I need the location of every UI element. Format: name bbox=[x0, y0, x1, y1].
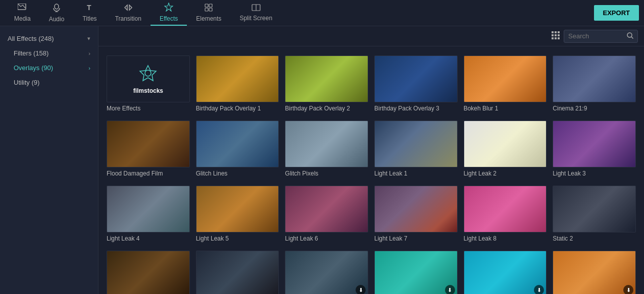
sidebar-item-all[interactable]: All Effects (248) ▾ bbox=[0, 31, 98, 46]
thumb-inner bbox=[107, 251, 189, 294]
thumb-inner: ⬇ bbox=[285, 251, 368, 294]
effect-item[interactable]: Light Leak 2 bbox=[461, 116, 550, 182]
effect-thumbnail: ⬇ bbox=[464, 251, 547, 294]
thumb-inner bbox=[107, 121, 189, 167]
effect-item[interactable]: Flood Damaged Film bbox=[104, 116, 193, 182]
search-input[interactable] bbox=[568, 32, 624, 40]
svg-rect-6 bbox=[205, 4, 208, 7]
thumb-inner bbox=[553, 121, 635, 167]
nav-transition-label: Transition bbox=[115, 15, 141, 22]
nav-splitscreen[interactable]: Split Screen bbox=[230, 0, 281, 26]
svg-text:T: T bbox=[87, 4, 91, 12]
nav-media[interactable]: Media bbox=[5, 0, 40, 26]
search-container bbox=[564, 30, 638, 43]
svg-point-24 bbox=[145, 70, 151, 76]
sidebar-item-filters[interactable]: Filters (158) › bbox=[0, 46, 98, 61]
effect-thumbnail bbox=[285, 55, 368, 102]
effect-item[interactable]: Light Leak 1 bbox=[371, 116, 461, 182]
effect-label: Birthday Pack Overlay 2 bbox=[285, 105, 350, 113]
grid-view-icon[interactable] bbox=[552, 31, 560, 41]
thumb-inner bbox=[553, 186, 635, 232]
thumb-inner: ⬇ bbox=[375, 251, 457, 294]
effect-item[interactable]: Birthday Pack Overlay 3 bbox=[371, 51, 461, 116]
nav-titles[interactable]: T Titles bbox=[73, 0, 106, 26]
effect-thumbnail bbox=[107, 186, 190, 232]
effect-item[interactable]: Light Leak 3 bbox=[550, 116, 639, 182]
effect-item[interactable]: Static 2 bbox=[550, 182, 639, 247]
chevron-down-icon: ▾ bbox=[87, 35, 90, 42]
audio-icon bbox=[53, 3, 61, 14]
nav-elements-label: Elements bbox=[196, 15, 221, 22]
effect-item[interactable]: ⬇ Bokeh 1 bbox=[550, 247, 639, 294]
effect-label: Light Leak 8 bbox=[464, 235, 497, 243]
sidebar-all-label: All Effects (248) bbox=[8, 35, 54, 42]
nav-audio-label: Audio bbox=[49, 16, 65, 23]
thumb-inner bbox=[285, 56, 368, 102]
nav-transition[interactable]: Transition bbox=[106, 0, 151, 26]
nav-media-label: Media bbox=[14, 15, 31, 22]
thumb-inner bbox=[464, 121, 547, 167]
download-badge: ⬇ bbox=[445, 285, 455, 294]
titles-icon: T bbox=[86, 4, 94, 14]
effect-thumbnail bbox=[464, 121, 547, 167]
effect-thumbnail bbox=[285, 121, 368, 167]
effect-label: Static 2 bbox=[553, 235, 573, 243]
search-icon[interactable] bbox=[627, 32, 633, 40]
effect-item[interactable]: Static A bbox=[104, 247, 193, 294]
effect-item[interactable]: ⬇ Aqua 1 bbox=[371, 247, 461, 294]
effects-grid: filmstocks More Effects Birthday Pack Ov… bbox=[98, 46, 644, 294]
effect-item[interactable]: Birthday Pack Overlay 2 bbox=[282, 51, 371, 116]
chevron-right-icon: › bbox=[88, 50, 90, 56]
effect-label: Cinema 21:9 bbox=[553, 105, 587, 113]
effect-item[interactable]: Light Leak 5 bbox=[193, 182, 282, 247]
thumb-inner bbox=[196, 56, 279, 102]
effect-thumbnail: ⬇ bbox=[553, 251, 636, 294]
svg-rect-13 bbox=[555, 31, 557, 33]
export-button[interactable]: EXPORT bbox=[594, 5, 639, 21]
nav-titles-label: Titles bbox=[82, 15, 96, 22]
effect-thumbnail bbox=[464, 55, 547, 102]
effect-item[interactable]: ⬇ 90's Viewfinder bbox=[282, 247, 371, 294]
effect-thumbnail bbox=[553, 186, 636, 232]
effect-item[interactable]: Light Leak 4 bbox=[104, 182, 193, 247]
effect-label: Bokeh Blur 1 bbox=[464, 105, 499, 113]
nav-audio[interactable]: Audio bbox=[40, 0, 74, 26]
effects-icon bbox=[164, 3, 173, 14]
thumb-inner bbox=[196, 186, 279, 232]
chevron-right-icon: › bbox=[88, 65, 90, 71]
content-area: filmstocks More Effects Birthday Pack Ov… bbox=[98, 26, 644, 294]
effect-thumbnail: ⬇ bbox=[285, 251, 368, 294]
effect-thumbnail bbox=[196, 251, 279, 294]
sidebar-item-utility[interactable]: Utility (9) bbox=[0, 75, 98, 90]
thumb-inner bbox=[464, 56, 547, 102]
effect-item[interactable]: Glitch Lines bbox=[193, 116, 282, 182]
sidebar-item-overlays[interactable]: Overlays (90) › bbox=[0, 61, 98, 75]
svg-rect-17 bbox=[558, 34, 560, 36]
svg-point-21 bbox=[627, 33, 632, 37]
effect-item[interactable]: Light Leak 7 bbox=[371, 182, 461, 247]
nav-effects-label: Effects bbox=[160, 15, 178, 22]
effect-thumbnail bbox=[374, 121, 458, 167]
download-badge: ⬇ bbox=[534, 285, 544, 294]
effect-item[interactable]: Glitch Pixels bbox=[282, 116, 371, 182]
svg-rect-15 bbox=[552, 34, 554, 36]
effect-thumbnail bbox=[464, 186, 547, 232]
effect-label: More Effects bbox=[107, 105, 140, 113]
effect-item[interactable]: Bokeh Blur 1 bbox=[461, 51, 550, 116]
effect-item[interactable]: Light Leak 8 bbox=[461, 182, 550, 247]
nav-effects[interactable]: Effects bbox=[151, 0, 187, 26]
svg-rect-7 bbox=[209, 4, 212, 7]
svg-rect-12 bbox=[552, 31, 554, 33]
effect-item[interactable]: Light Leak 6 bbox=[282, 182, 371, 247]
thumb-inner bbox=[285, 186, 368, 232]
nav-elements[interactable]: Elements bbox=[187, 0, 230, 26]
effect-item[interactable]: ⬇ Aqua 2 bbox=[461, 247, 550, 294]
effect-item[interactable]: Cinema 21:9 bbox=[550, 51, 639, 116]
effect-label: Light Leak 3 bbox=[553, 170, 585, 178]
effect-item[interactable]: filmstocks More Effects bbox=[104, 51, 193, 116]
thumb-inner bbox=[464, 186, 547, 232]
effect-item[interactable]: Birthday Pack Overlay 1 bbox=[193, 51, 282, 116]
effect-thumbnail bbox=[196, 186, 279, 232]
effect-item[interactable]: Strong Glitch bbox=[193, 247, 282, 294]
effect-thumbnail bbox=[374, 55, 458, 102]
